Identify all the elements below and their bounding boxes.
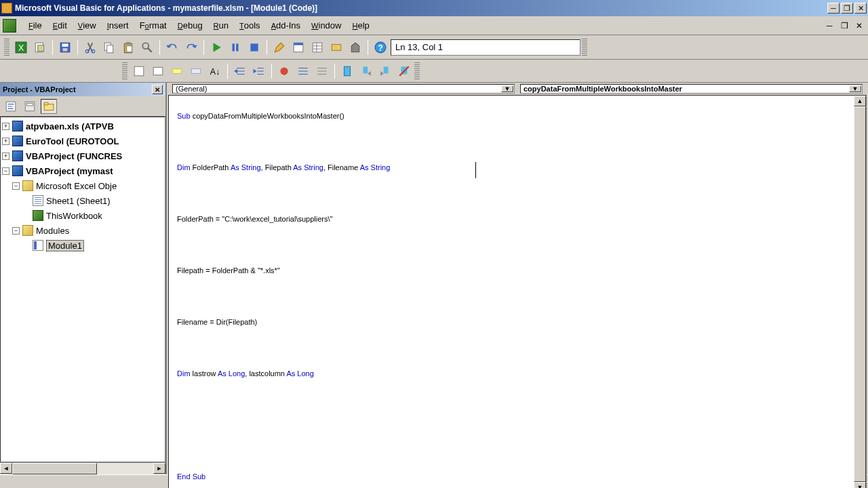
minimize-button[interactable]: ─: [827, 3, 840, 14]
expand-icon[interactable]: +: [2, 152, 9, 160]
mdi-close-button[interactable]: ✕: [853, 20, 865, 31]
view-object-button[interactable]: [22, 99, 38, 114]
collapse-icon[interactable]: −: [12, 227, 20, 235]
uncomment-block-button[interactable]: [313, 62, 331, 80]
tree-item-sheet1[interactable]: Sheet1 (Sheet1): [2, 193, 163, 208]
indent-button[interactable]: [231, 62, 249, 80]
undo-button[interactable]: [163, 39, 181, 56]
menu-view[interactable]: View: [73, 18, 102, 33]
code-content[interactable]: Sub copyDataFromMultipleWorkbooksIntoMas…: [169, 96, 854, 488]
run-button[interactable]: [208, 39, 225, 56]
menubar: File Edit View Insert Format Debug Run T…: [0, 16, 868, 35]
break-button[interactable]: [226, 39, 244, 56]
scroll-left-button[interactable]: ◄: [0, 463, 12, 474]
svg-rect-21: [332, 44, 341, 50]
workbook-icon: [33, 210, 43, 221]
toolbar2-overflow[interactable]: [414, 62, 420, 80]
menu-edit[interactable]: Edit: [47, 18, 73, 33]
toggle-folders-button[interactable]: [41, 99, 57, 114]
svg-rect-36: [27, 103, 33, 105]
menu-format[interactable]: Format: [134, 18, 172, 33]
menu-debug[interactable]: Debug: [172, 18, 208, 33]
next-bookmark-button[interactable]: [357, 62, 375, 80]
menu-run[interactable]: Run: [208, 18, 234, 33]
svg-point-29: [280, 67, 288, 75]
svg-rect-6: [63, 48, 68, 52]
expand-icon[interactable]: +: [2, 123, 9, 130]
collapse-icon[interactable]: −: [2, 167, 9, 175]
svg-rect-31: [363, 66, 368, 73]
toolbar-overflow[interactable]: [582, 39, 587, 56]
quick-info-button[interactable]: [168, 62, 186, 80]
list-properties-button[interactable]: [130, 62, 148, 80]
parameter-info-button[interactable]: [187, 62, 205, 80]
toolbox-button[interactable]: [347, 39, 364, 56]
expand-icon[interactable]: +: [2, 138, 9, 145]
redo-button[interactable]: [182, 39, 200, 56]
comment-block-button[interactable]: [294, 62, 312, 80]
project-panel-title: Project - VBAProject ✕: [0, 83, 165, 96]
tree-item-excel-objects[interactable]: −Microsoft Excel Obje: [2, 178, 163, 193]
breakpoint-button[interactable]: [275, 62, 293, 80]
save-button[interactable]: [56, 39, 74, 56]
project-explorer-button[interactable]: [290, 39, 307, 56]
scroll-down-button[interactable]: ▼: [854, 482, 866, 488]
clear-bookmarks-button[interactable]: [395, 62, 413, 80]
menu-insert[interactable]: Insert: [102, 18, 134, 33]
properties-button[interactable]: [309, 39, 326, 56]
find-button[interactable]: [138, 39, 156, 56]
dropdown-icon[interactable]: ▼: [849, 85, 861, 92]
cut-button[interactable]: [81, 39, 99, 56]
toolbar2-handle[interactable]: [122, 62, 127, 80]
reset-button[interactable]: [245, 39, 263, 56]
project-tree[interactable]: +atpvbaen.xls (ATPVB +EuroTool (EUROTOOL…: [0, 117, 165, 462]
tree-item-mymaster[interactable]: −VBAProject (mymast: [2, 163, 163, 178]
complete-word-button[interactable]: A↓: [206, 62, 224, 80]
tree-item-eurotool[interactable]: +EuroTool (EUROTOOL: [2, 134, 163, 148]
menu-file[interactable]: File: [23, 18, 47, 33]
insert-button[interactable]: [31, 39, 49, 56]
vba-project-icon: [12, 136, 23, 146]
tree-item-funcres[interactable]: +VBAProject (FUNCRES: [2, 148, 163, 163]
excel-icon[interactable]: [3, 19, 16, 33]
dropdown-icon[interactable]: ▼: [501, 85, 513, 92]
menu-tools[interactable]: Tools: [234, 18, 266, 33]
tree-item-atpvbaen[interactable]: +atpvbaen.xls (ATPVB: [2, 119, 163, 134]
menu-help[interactable]: Help: [347, 18, 374, 33]
procedure-dropdown[interactable]: copyDataFromMultipleWorkbooksIntoMaster …: [520, 84, 863, 94]
toolbar-handle[interactable]: [4, 39, 9, 56]
maximize-button[interactable]: ❐: [841, 3, 853, 14]
window-buttons: ─ ❐ ✕: [827, 3, 867, 14]
project-explorer-panel: Project - VBAProject ✕ +atpvbaen.xls (AT…: [0, 83, 167, 474]
tree-item-modules[interactable]: −Modules: [2, 223, 163, 238]
menu-window[interactable]: Window: [306, 18, 347, 33]
object-dropdown[interactable]: (General) ▼: [172, 84, 515, 94]
bookmark-button[interactable]: [338, 62, 356, 80]
project-hscrollbar[interactable]: ◄ ►: [0, 462, 165, 474]
object-browser-button[interactable]: [328, 39, 345, 56]
code-vscrollbar[interactable]: ▲ ▼: [854, 96, 866, 488]
svg-rect-3: [38, 45, 44, 51]
close-button[interactable]: ✕: [854, 3, 867, 14]
collapse-icon[interactable]: −: [12, 182, 20, 190]
help-button[interactable]: ?: [372, 39, 389, 56]
paste-button[interactable]: [119, 39, 137, 56]
scroll-right-button[interactable]: ►: [153, 463, 165, 474]
menu-addins[interactable]: Add-Ins: [266, 18, 306, 33]
list-constants-button[interactable]: [149, 62, 167, 80]
view-excel-button[interactable]: X: [12, 39, 30, 56]
outdent-button[interactable]: [250, 62, 268, 80]
mdi-minimize-button[interactable]: ─: [823, 20, 835, 31]
tree-item-module1[interactable]: Module1: [2, 238, 163, 253]
prev-bookmark-button[interactable]: [376, 62, 394, 80]
mdi-restore-button[interactable]: ❐: [838, 20, 850, 31]
tree-item-thisworkbook[interactable]: ThisWorkbook: [2, 208, 163, 223]
copy-button[interactable]: [100, 39, 118, 56]
code-editor[interactable]: Sub copyDataFromMultipleWorkbooksIntoMas…: [168, 95, 867, 488]
scroll-up-button[interactable]: ▲: [854, 96, 866, 106]
project-panel-close-button[interactable]: ✕: [152, 85, 163, 94]
worksheet-icon: [33, 195, 43, 206]
object-dropdown-value: (General): [176, 85, 207, 93]
view-code-button[interactable]: [3, 99, 19, 114]
design-mode-button[interactable]: [271, 39, 288, 56]
